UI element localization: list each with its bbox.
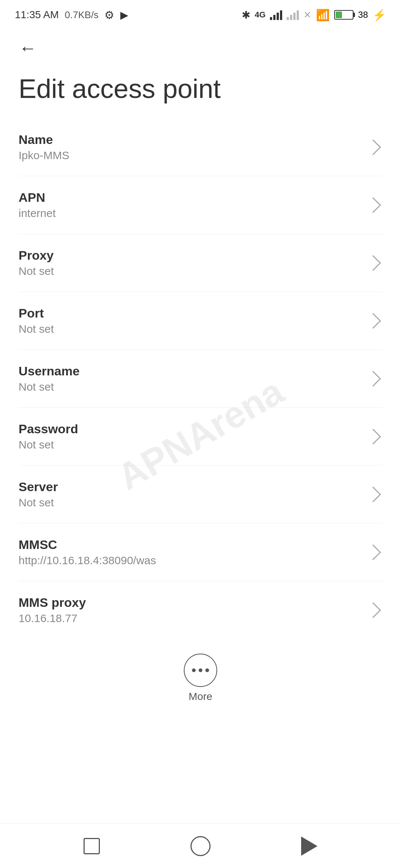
chevron-right-port xyxy=(365,313,381,328)
settings-label-mmsc: MMSC xyxy=(19,537,368,552)
status-bar: 11:35 AM 0.7KB/s ⚙ ▶ ✱ 4G ✕ 📶 38 ⚡ xyxy=(0,0,401,30)
settings-value-proxy: Not set xyxy=(19,265,368,277)
settings-item-proxy[interactable]: Proxy Not set xyxy=(19,234,382,292)
settings-value-server: Not set xyxy=(19,496,368,509)
settings-item-password[interactable]: Password Not set xyxy=(19,408,382,466)
settings-label-proxy: Proxy xyxy=(19,248,368,263)
nav-back-button[interactable] xyxy=(294,831,324,861)
nav-circle-icon xyxy=(190,836,211,856)
nav-home-button[interactable] xyxy=(186,831,215,861)
settings-item-mmsc[interactable]: MMSC http://10.16.18.4:38090/was xyxy=(19,523,382,581)
wifi-icon: 📶 xyxy=(316,9,330,22)
top-navigation: ← xyxy=(0,30,401,67)
chevron-right-username xyxy=(365,371,381,386)
settings-value-port: Not set xyxy=(19,323,368,335)
chevron-right-mms-proxy xyxy=(365,602,381,618)
signal-bars-2 xyxy=(287,10,299,20)
settings-value-apn: internet xyxy=(19,207,368,220)
settings-label-port: Port xyxy=(19,306,368,320)
chevron-right-server xyxy=(365,486,381,502)
signal-bars-1 xyxy=(270,10,282,20)
status-left: 11:35 AM 0.7KB/s ⚙ ▶ xyxy=(15,9,128,22)
back-arrow-icon: ← xyxy=(19,39,37,57)
battery-percent: 38 xyxy=(358,10,368,20)
settings-label-apn: APN xyxy=(19,190,368,205)
settings-label-mms-proxy: MMS proxy xyxy=(19,595,368,610)
nav-recent-button[interactable] xyxy=(77,831,107,861)
settings-item-port[interactable]: Port Not set xyxy=(19,292,382,350)
network-4g-icon: 4G xyxy=(255,10,265,20)
status-time: 11:35 AM xyxy=(15,9,59,21)
more-dots-icon xyxy=(192,668,209,672)
settings-item-username[interactable]: Username Not set xyxy=(19,350,382,408)
settings-label-username: Username xyxy=(19,364,368,378)
bottom-navigation xyxy=(0,823,401,868)
settings-item-name[interactable]: Name Ipko-MMS xyxy=(19,118,382,176)
chevron-right-mmsc xyxy=(365,544,381,560)
more-section: More xyxy=(0,639,401,710)
page-title: Edit access point xyxy=(19,74,382,103)
settings-item-apn[interactable]: APN internet xyxy=(19,176,382,234)
settings-value-mms-proxy: 10.16.18.77 xyxy=(19,612,368,625)
camera-icon: ▶ xyxy=(120,9,128,21)
chevron-right-proxy xyxy=(365,255,381,270)
status-right: ✱ 4G ✕ 📶 38 ⚡ xyxy=(242,9,386,22)
chevron-right-name xyxy=(365,139,381,155)
no-signal-icon: ✕ xyxy=(303,9,312,21)
chevron-right-password xyxy=(365,428,381,444)
page-title-container: Edit access point xyxy=(0,67,401,118)
more-button[interactable] xyxy=(184,654,217,687)
battery-indicator: 38 xyxy=(334,10,368,20)
settings-item-server[interactable]: Server Not set xyxy=(19,466,382,523)
settings-label-password: Password xyxy=(19,422,368,436)
settings-value-username: Not set xyxy=(19,381,368,393)
nav-square-icon xyxy=(84,838,100,854)
status-speed: 0.7KB/s xyxy=(65,9,98,21)
more-label: More xyxy=(189,691,212,703)
settings-value-password: Not set xyxy=(19,438,368,451)
back-button[interactable]: ← xyxy=(15,35,41,61)
settings-value-name: Ipko-MMS xyxy=(19,149,368,162)
charging-icon: ⚡ xyxy=(372,9,386,22)
settings-list: Name Ipko-MMS APN internet Proxy Not set… xyxy=(0,118,401,639)
bluetooth-icon: ✱ xyxy=(242,9,250,21)
chevron-right-apn xyxy=(365,197,381,213)
settings-label-server: Server xyxy=(19,480,368,494)
settings-label-name: Name xyxy=(19,132,368,147)
settings-item-mms-proxy[interactable]: MMS proxy 10.16.18.77 xyxy=(19,581,382,639)
nav-triangle-icon xyxy=(301,836,317,856)
settings-icon: ⚙ xyxy=(104,9,114,22)
settings-value-mmsc: http://10.16.18.4:38090/was xyxy=(19,554,368,567)
